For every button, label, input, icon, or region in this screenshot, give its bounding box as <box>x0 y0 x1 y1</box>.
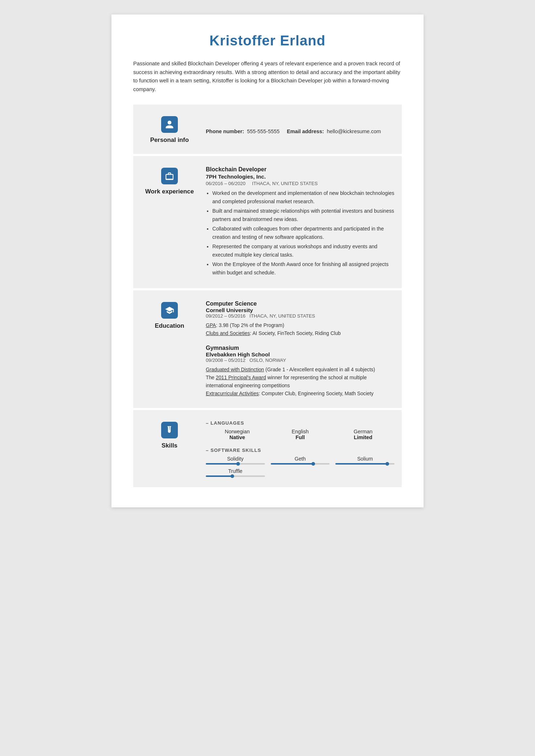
edu-degree: Gymnasium <box>206 345 395 351</box>
work-bullet-item: Won the Employee of the Month Award once… <box>212 260 395 277</box>
software-skills-label: – SOFTWARE SKILLS <box>206 448 395 453</box>
resume-header: Kristoffer Erland <box>133 33 402 49</box>
work-dates: 06/2016 – 06/2020 <box>206 181 245 186</box>
languages-label: – LANGUAGES <box>206 420 395 426</box>
email-label: Email address: <box>287 128 324 134</box>
edu-date-location: 09/2012 – 05/2016 ITHACA, NY, UNITED STA… <box>206 313 395 319</box>
edu-degree: Computer Science <box>206 301 395 307</box>
work-location: ITHACA, NY, UNITED STATES <box>252 181 318 186</box>
job-title: Blockchain Developer <box>206 166 395 173</box>
skill-bar-fill <box>335 463 387 465</box>
skill-name: Truffle <box>206 468 265 474</box>
work-experience-title: Work experience <box>145 188 194 195</box>
personal-info-right: Phone number: 555-555-5555 Email address… <box>199 115 395 144</box>
education-entry: Computer Science Cornell University 09/2… <box>206 301 395 338</box>
candidate-name: Kristoffer Erland <box>133 33 402 49</box>
personal-info-title: Personal info <box>150 136 189 144</box>
edu-extra: Extracurricular Activities: Computer Clu… <box>206 390 395 398</box>
skills-right: – LANGUAGES Norwegian Native English Ful… <box>199 420 395 477</box>
work-bullet-item: Worked on the development and implementa… <box>212 189 395 205</box>
work-bullet-item: Collaborated with colleagues from other … <box>212 225 395 241</box>
skill-dot <box>230 474 234 478</box>
education-entry: Gymnasium Elvebakken High School 09/2008… <box>206 345 395 398</box>
phone-item: Phone number: 555-555-5555 <box>206 128 279 134</box>
skill-bar <box>206 475 265 477</box>
lang-name: Norwegian <box>225 429 250 434</box>
edu-clubs: Clubs and Societies: AI Society, FinTech… <box>206 330 395 338</box>
skill-dot <box>236 462 240 466</box>
skill-name: Solium <box>335 456 395 462</box>
edu-school: Cornell University <box>206 307 395 313</box>
work-bullets: Worked on the development and implementa… <box>206 189 395 277</box>
language-item: Norwegian Native <box>206 429 269 440</box>
skills-icon-box <box>161 422 178 438</box>
skill-bar-fill <box>271 463 313 465</box>
lang-level: Limited <box>354 434 372 440</box>
skill-name: Solidity <box>206 456 265 462</box>
truffle-row: Truffle <box>206 468 395 477</box>
personal-icon-box <box>161 116 178 133</box>
skill-bar <box>271 463 330 465</box>
skill-item: Solidity <box>206 456 265 465</box>
company-name: 7PH Technologies, Inc. <box>206 173 395 180</box>
skill-bar <box>206 463 265 465</box>
skill-bar <box>335 463 395 465</box>
edu-date-location: 09/2008 – 05/2012 OSLO, NORWAY <box>206 357 395 363</box>
language-item: German Limited <box>332 429 395 440</box>
personal-info-left: Personal info <box>140 115 199 144</box>
skill-dot <box>311 462 315 466</box>
education-left: Education <box>140 301 199 398</box>
graduation-icon <box>165 306 174 315</box>
summary-text: Passionate and skilled Blockchain Develo… <box>133 60 402 94</box>
edu-school: Elvebakken High School <box>206 351 395 357</box>
skill-item: Solium <box>335 456 395 465</box>
edu-graduated: Graduated with Distinction (Grade 1 - A/… <box>206 366 395 374</box>
skill-item: Geth <box>271 456 330 465</box>
person-icon <box>165 120 174 129</box>
work-experience-section: Work experience Blockchain Developer 7PH… <box>133 156 402 288</box>
languages-row: Norwegian Native English Full German Lim… <box>206 429 395 440</box>
resume-container: Kristoffer Erland Passionate and skilled… <box>111 15 424 507</box>
lang-name: German <box>354 429 372 434</box>
briefcase-icon <box>165 171 174 181</box>
work-bullet-item: Built and maintained strategic relations… <box>212 207 395 223</box>
lang-name: English <box>291 429 309 434</box>
email-item: Email address: hello@kickresume.com <box>287 128 381 134</box>
flask-icon <box>165 425 174 435</box>
skills-left: Skills <box>140 420 199 477</box>
skill-dot <box>385 462 389 466</box>
education-title: Education <box>155 322 184 330</box>
skill-bar-fill <box>206 475 232 477</box>
software-grid: Solidity Geth Solium <box>206 456 395 465</box>
lang-level: Full <box>295 434 305 440</box>
phone-label: Phone number: <box>206 128 244 134</box>
skill-item: Truffle <box>206 468 265 477</box>
edu-detail: GPA: 3.98 (Top 2% of the Program) <box>206 322 395 330</box>
email-value: hello@kickresume.com <box>327 128 381 134</box>
phone-value: 555-555-5555 <box>247 128 280 134</box>
work-experience-left: Work experience <box>140 166 199 278</box>
edu-award: The 2011 Principal's Award winner for re… <box>206 374 395 390</box>
skill-bar-fill <box>206 463 238 465</box>
skill-name: Geth <box>271 456 330 462</box>
work-icon-box <box>161 168 178 184</box>
language-item: English Full <box>269 429 331 440</box>
skills-title: Skills <box>162 442 177 449</box>
education-right: Computer Science Cornell University 09/2… <box>199 301 395 398</box>
skills-section: Skills – LANGUAGES Norwegian Native Engl… <box>133 410 402 487</box>
lang-level: Native <box>229 434 245 440</box>
personal-info-section: Personal info Phone number: 555-555-5555… <box>133 105 402 154</box>
work-bullet-item: Represented the company at various works… <box>212 242 395 259</box>
education-section: Education Computer Science Cornell Unive… <box>133 290 402 408</box>
work-date-location: 06/2016 – 06/2020 ITHACA, NY, UNITED STA… <box>206 181 395 186</box>
education-icon-box <box>161 302 178 319</box>
work-experience-right: Blockchain Developer 7PH Technologies, I… <box>199 166 395 278</box>
